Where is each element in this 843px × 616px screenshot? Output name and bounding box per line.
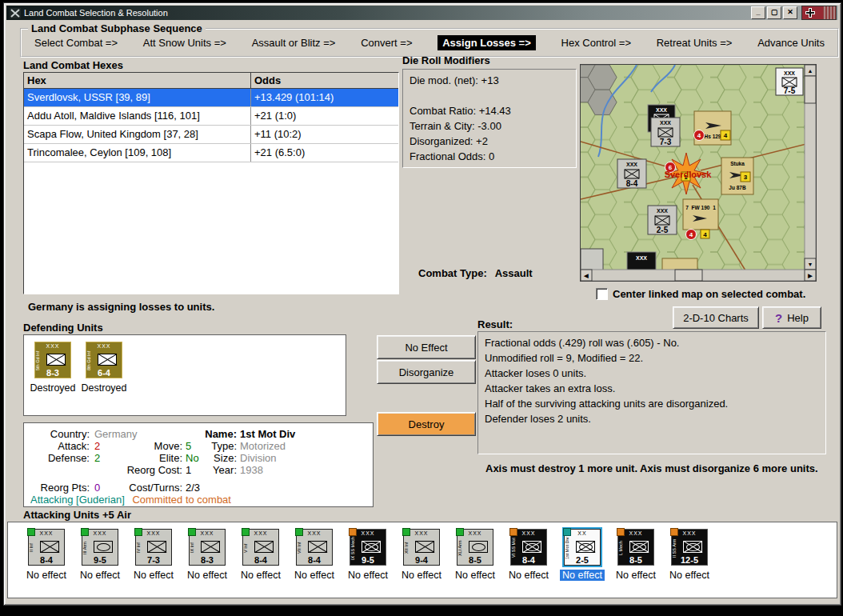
window-title: Land Combat Selection & Resolution: [24, 8, 749, 18]
unit-counter[interactable]: IV Inf XXX 7-3: [135, 529, 172, 566]
disorganize-button[interactable]: Disorganize: [377, 360, 476, 384]
svg-text:XXX: XXX: [626, 162, 637, 167]
unit-symbol-icon: [40, 541, 59, 553]
map-unit[interactable]: XXX 7-5: [776, 68, 803, 95]
cost-turns-value: 2/3: [186, 482, 200, 494]
main-window: Land Combat Selection & Resolution _ ▢ ✕…: [3, 2, 841, 606]
unit-counter[interactable]: L Mech XXX 8-5: [617, 529, 654, 566]
no-effect-button[interactable]: No Effect: [377, 335, 476, 359]
modifier-line: [410, 88, 569, 103]
unit-counter[interactable]: XII Inf XXX 9-4: [403, 529, 440, 566]
help-icon: ?: [775, 311, 782, 325]
unit-size-indicator: XXX: [35, 343, 70, 349]
svg-text:7-5: 7-5: [784, 86, 796, 95]
hex-cell: Trincomalee, Ceylon [109, 108]: [24, 144, 251, 162]
svg-text:Hs 129: Hs 129: [705, 134, 721, 139]
supply-chip: [617, 528, 625, 536]
help-button[interactable]: ? Help: [762, 306, 821, 329]
svg-text:FW 190: FW 190: [692, 205, 710, 210]
unit-status: No effect: [294, 570, 334, 581]
supply-chip: [188, 528, 196, 536]
armor-oval-icon: [525, 543, 539, 551]
unit-counter[interactable]: V Inf XXX 8-4: [242, 529, 279, 566]
tactical-map[interactable]: XXX XXX 7-3 Hs 129 4 4: [580, 64, 817, 282]
defending-unit[interactable]: 8th Gd Inf XXX 6-4 Destroyed: [82, 342, 126, 409]
armor-oval-icon: [97, 543, 110, 551]
svg-text:XXX: XXX: [657, 208, 668, 214]
unit-counter[interactable]: IX SS Mech XXX 9-5: [350, 529, 386, 566]
table-row[interactable]: Trincomalee, Ceylon [109, 108] +21 (6.5:…: [24, 144, 398, 162]
map-air-unit[interactable]: Hs 129 4 4: [694, 111, 732, 145]
map-unit[interactable]: XXX 7-3: [651, 118, 680, 146]
attacking-unit[interactable]: III Arm XXX 9-5 No effect: [78, 529, 122, 598]
modifier-line: Die mod. (net): +13: [410, 73, 569, 88]
unit-status: No effect: [26, 570, 66, 581]
maximize-button[interactable]: ▢: [767, 6, 781, 19]
unit-symbol-icon: [415, 541, 434, 553]
attacking-unit[interactable]: V Inf XXX 8-4 No effect: [238, 529, 283, 598]
map-horizontal-scrollbar[interactable]: ◀ ▶: [581, 270, 816, 281]
unit-counter[interactable]: 8th Gd Inf XXX 6-4: [86, 342, 122, 378]
map-air-unit[interactable]: Stuka Ju 87B 3: [721, 158, 753, 194]
attacking-unit[interactable]: IX Inf XXX 8-3 No effect: [185, 529, 230, 598]
unit-counter[interactable]: IX Inf XXX 8-3: [189, 529, 226, 566]
unit-symbol-icon: [576, 541, 595, 553]
attacking-unit[interactable]: II SS Arm XXX 12-5 No effect: [667, 529, 712, 598]
column-header-hex[interactable]: Hex: [24, 73, 251, 89]
unit-strength: 8-4: [511, 555, 546, 565]
odds-cell: +13.429 (101:14): [251, 89, 398, 106]
destroy-button[interactable]: Destroy: [377, 412, 476, 436]
minimize-button[interactable]: _: [751, 6, 765, 19]
table-row[interactable]: Scapa Flow, United Kingdom [37, 28] +11 …: [24, 126, 398, 144]
map-vertical-scrollbar[interactable]: ▲ ▼: [805, 65, 816, 270]
attacking-unit[interactable]: L Mech XXX 8-5 No effect: [613, 529, 658, 598]
unit-strength: 8-4: [297, 555, 332, 565]
titlebar: Land Combat Selection & Resolution _ ▢ ✕: [6, 6, 838, 20]
unit-status: No effect: [348, 570, 388, 581]
unit-counter[interactable]: II SS Arm XXX 12-5: [671, 529, 708, 566]
attacking-unit[interactable]: II Inf XXX 8-4 No effect: [24, 529, 69, 598]
svg-text:4: 4: [703, 231, 707, 238]
unit-strength: 9-5: [82, 555, 118, 565]
unit-strength: 7-3: [136, 555, 171, 565]
odds-cell: +21 (1:0): [251, 107, 398, 125]
elite-label: Elite:: [114, 452, 182, 464]
svg-text:▶: ▶: [807, 273, 813, 279]
supply-chip: [670, 528, 678, 536]
attacking-unit[interactable]: VI SS Mot XXX 8-4 No effect: [506, 529, 551, 598]
unit-counter[interactable]: 1st Mot Div XX 2-5: [564, 529, 601, 566]
unit-counter[interactable]: XLI Arm XXX 8-5: [457, 529, 493, 566]
close-button[interactable]: ✕: [783, 6, 797, 19]
hex-cell: Addu Atoll, Maldive Islands [116, 101]: [24, 107, 251, 125]
svg-text:7: 7: [685, 205, 689, 210]
defending-unit[interactable]: 5th Gd Inf XXX 8-3 Destroyed: [30, 342, 75, 409]
subphase-sequence-group: Land Combat Subphase Sequence Select Com…: [20, 22, 839, 58]
map-unit[interactable]: XXX 8-4: [617, 159, 646, 188]
armor-oval-icon: [633, 543, 646, 551]
map-canvas: XXX XXX 7-3 Hs 129 4 4: [581, 65, 816, 281]
attacking-unit[interactable]: VII Inf XXX 8-4 No effect: [292, 529, 337, 598]
attacking-unit[interactable]: XII Inf XXX 9-4 No effect: [399, 529, 444, 598]
center-map-checkbox[interactable]: [596, 288, 608, 300]
attacking-unit[interactable]: IV Inf XXX 7-3 No effect: [131, 529, 176, 598]
unit-status: No effect: [455, 570, 495, 581]
unit-counter[interactable]: II Inf XXX 8-4: [28, 529, 65, 566]
table-row[interactable]: Addu Atoll, Maldive Islands [116, 101] +…: [24, 107, 398, 126]
unit-status: Destroyed: [30, 382, 76, 394]
table-row[interactable]: Sverdlovsk, USSR [39, 89] +13.429 (101:1…: [24, 89, 398, 107]
map-unit[interactable]: XXX 2-5: [648, 206, 677, 234]
result-title: Result:: [477, 318, 513, 330]
unit-counter[interactable]: III Arm XXX 9-5: [82, 529, 118, 566]
unit-counter[interactable]: VII Inf XXX 8-4: [296, 529, 333, 566]
unit-counter[interactable]: 5th Gd Inf XXX 8-3: [34, 342, 71, 378]
charts-button[interactable]: 2-D-10 Charts: [673, 306, 759, 329]
svg-text:XXX: XXX: [784, 70, 795, 76]
column-header-odds[interactable]: Odds: [251, 73, 398, 89]
unit-status: No effect: [402, 570, 441, 581]
attacking-unit[interactable]: IX SS Mech XXX 9-5 No effect: [346, 529, 390, 598]
unit-strength: 8-5: [457, 555, 493, 565]
unit-strength: 9-4: [404, 555, 439, 565]
unit-counter[interactable]: VI SS Mot XXX 8-4: [510, 529, 547, 566]
attacking-unit[interactable]: XLI Arm XXX 8-5 No effect: [453, 529, 497, 598]
attacking-unit[interactable]: 1st Mot Div XX 2-5 No effect: [560, 529, 605, 598]
